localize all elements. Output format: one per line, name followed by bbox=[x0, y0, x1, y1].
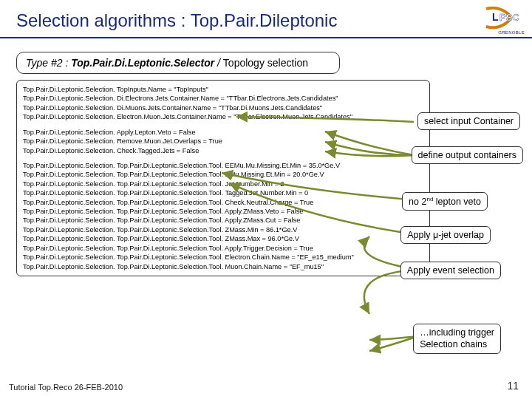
config-line: Top.Pair.Di.Leptonic.Selection. Top.Pair… bbox=[23, 244, 423, 253]
lpsc-logo: L PSC GRENOBLE bbox=[483, 6, 525, 35]
config-line: Top.Pair.Di.Leptonic.Selection. Top.Pair… bbox=[23, 188, 423, 197]
config-line: Top.Pair.Di.Leptonic.Selection. Di.Elect… bbox=[23, 94, 423, 103]
config-line: Top.Pair.Di.Leptonic.Selection. Di.Muons… bbox=[23, 103, 423, 112]
annot-text-pre: Apply bbox=[407, 230, 433, 240]
config-line: Top.Pair.Di.Leptonic.Selection. Top.Pair… bbox=[23, 161, 423, 170]
svg-text:L: L bbox=[492, 11, 499, 23]
config-box: Top.Pair.Di.Leptonic.Selection. TopInput… bbox=[16, 80, 430, 276]
annot-text-post: -jet overlap bbox=[438, 230, 484, 240]
annot-no-second-lepton: no 2nd lepton veto bbox=[402, 192, 488, 211]
annot-select-input: select input Container bbox=[417, 112, 520, 130]
config-block-1: Top.Pair.Di.Leptonic.Selection. TopInput… bbox=[23, 85, 423, 122]
annot-text-left: no 2 bbox=[409, 197, 426, 207]
annot-trigger-chains: …including trigger Selection chains bbox=[413, 324, 501, 354]
title-underline bbox=[0, 37, 532, 38]
config-line: Top.Pair.Di.Leptonic.Selection. Top.Pair… bbox=[23, 253, 423, 262]
annot-line2: Selection chains bbox=[420, 339, 494, 351]
config-line: Top.Pair.Di.Leptonic.Selection. TopInput… bbox=[23, 85, 423, 94]
config-line: Top.Pair.Di.Leptonic.Selection. Top.Pair… bbox=[23, 170, 423, 179]
config-line: Top.Pair.Di.Leptonic.Selection. Remove.M… bbox=[23, 137, 423, 146]
type-box: Type #2 : Top.Pair.Di.Leptonic.Selector … bbox=[16, 52, 340, 74]
config-line: Top.Pair.Di.Leptonic.Selection. Top.Pair… bbox=[23, 234, 423, 243]
type-slash: / bbox=[214, 57, 223, 69]
type-suffix: Topology selection bbox=[223, 57, 308, 69]
annot-define-output: define output containers bbox=[412, 146, 523, 164]
footer-page-number: 11 bbox=[507, 380, 519, 392]
logo-subtext: GRENOBLE bbox=[483, 30, 525, 35]
slide-title: Selection algorithms : Top.Pair.Dilepton… bbox=[0, 0, 532, 37]
config-block-3: Top.Pair.Di.Leptonic.Selection. Top.Pair… bbox=[23, 161, 423, 271]
type-selector: Top.Pair.Di.Leptonic.Selector bbox=[71, 57, 214, 69]
annot-event-selection: Apply event selection bbox=[400, 262, 501, 279]
type-prefix: Type #2 : bbox=[26, 57, 71, 69]
config-block-2: Top.Pair.Di.Leptonic.Selection. Apply.Le… bbox=[23, 128, 423, 155]
config-line: Top.Pair.Di.Leptonic.Selection. Top.Pair… bbox=[23, 216, 423, 225]
config-line: Top.Pair.Di.Leptonic.Selection. Top.Pair… bbox=[23, 262, 423, 271]
annot-mu-jet-overlap: Apply μ-jet overlap bbox=[400, 226, 491, 244]
config-line: Top.Pair.Di.Leptonic.Selection. Check.Ta… bbox=[23, 146, 423, 155]
annot-line1: …including trigger bbox=[420, 327, 494, 339]
config-line: Top.Pair.Di.Leptonic.Selection. Top.Pair… bbox=[23, 198, 423, 207]
config-line: Top.Pair.Di.Leptonic.Selection. Top.Pair… bbox=[23, 225, 423, 234]
config-line: Top.Pair.Di.Leptonic.Selection. Top.Pair… bbox=[23, 207, 423, 216]
annot-text-right: lepton veto bbox=[433, 197, 481, 207]
config-line: Top.Pair.Di.Leptonic.Selection. Apply.Le… bbox=[23, 128, 423, 137]
svg-text:PSC: PSC bbox=[499, 12, 519, 23]
footer-left: Tutorial Top.Reco 26-FEB-2010 bbox=[9, 383, 123, 392]
config-line: Top.Pair.Di.Leptonic.Selection. Top.Pair… bbox=[23, 180, 423, 188]
config-line: Top.Pair.Di.Leptonic.Selection. Electron… bbox=[23, 112, 423, 121]
